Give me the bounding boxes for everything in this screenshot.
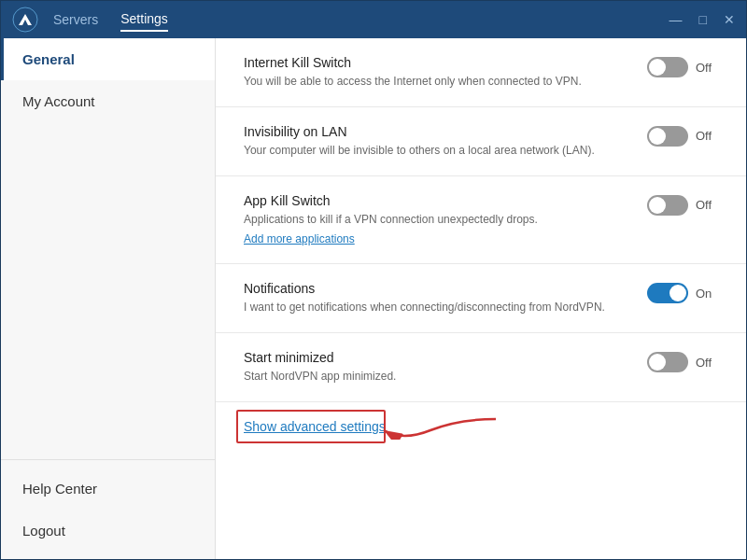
setting-invisibility-on-lan: Invisibility on LAN Your computer will b… [216,107,746,176]
window-controls: — □ ✕ [669,13,735,26]
toggle-invisibility-on-lan[interactable] [647,126,688,147]
setting-start-minimized: Start minimized Start NordVPN app minimi… [216,333,746,402]
sidebar-bottom: Help Center Logout [1,459,215,559]
toggle-label-notifications: On [696,287,718,301]
app-window: Servers Settings — □ ✕ General My Accoun… [0,0,747,560]
toggle-app-kill-switch[interactable] [647,195,688,216]
toggle-notifications[interactable] [647,283,688,303]
add-more-applications-link[interactable]: Add more applications [244,232,355,245]
sidebar-top: General My Account [1,38,215,459]
setting-desc-app-kill-switch: Applications to kill if a VPN connection… [244,212,628,228]
main-content: General My Account Help Center Logout [1,38,746,559]
settings-panel: Internet Kill Switch You will be able to… [216,38,746,559]
setting-title-start-minimized: Start minimized [244,350,628,365]
sidebar-item-general[interactable]: General [1,38,215,80]
toggle-label-start-minimized: Off [696,356,718,370]
setting-desc-notifications: I want to get notifications when connect… [244,300,628,315]
toggle-internet-kill-switch[interactable] [647,57,688,77]
nav-settings[interactable]: Settings [120,7,168,32]
setting-title-invisibility-on-lan: Invisibility on LAN [244,124,628,139]
show-advanced-settings-link[interactable]: Show advanced settings [244,419,386,434]
titlebar: Servers Settings — □ ✕ [1,1,746,38]
toggle-label-internet-kill-switch: Off [696,61,718,75]
minimize-button[interactable]: — [669,13,683,26]
nav-servers[interactable]: Servers [53,8,98,31]
advanced-settings-row: Show advanced settings [216,402,746,451]
arrow-icon [374,412,496,440]
sidebar: General My Account Help Center Logout [1,38,216,559]
close-button[interactable]: ✕ [724,13,735,26]
setting-notifications: Notifications I want to get notification… [216,264,746,333]
sidebar-item-logout[interactable]: Logout [1,510,215,552]
titlebar-nav: Servers Settings [53,7,168,32]
setting-control-notifications: On [647,283,718,303]
sidebar-item-help-center[interactable]: Help Center [1,468,215,510]
setting-desc-start-minimized: Start NordVPN app minimized. [244,369,628,385]
setting-internet-kill-switch: Internet Kill Switch You will be able to… [216,38,746,107]
toggle-start-minimized[interactable] [647,352,688,372]
nordvpn-logo [12,7,38,33]
setting-control-app-kill-switch: Off [647,195,718,216]
maximize-button[interactable]: □ [699,13,707,26]
setting-desc-internet-kill-switch: You will be able to access the Internet … [244,74,628,90]
setting-desc-invisibility-on-lan: Your computer will be invisible to other… [244,143,628,159]
setting-control-start-minimized: Off [647,352,718,372]
setting-title-internet-kill-switch: Internet Kill Switch [244,55,628,70]
toggle-label-invisibility-on-lan: Off [696,129,718,143]
setting-control-internet-kill-switch: Off [647,57,718,77]
setting-title-notifications: Notifications [244,281,628,296]
toggle-label-app-kill-switch: Off [696,198,718,212]
sidebar-item-my-account[interactable]: My Account [1,80,215,122]
setting-control-invisibility-on-lan: Off [647,126,718,147]
setting-title-app-kill-switch: App Kill Switch [244,193,628,208]
setting-app-kill-switch: App Kill Switch Applications to kill if … [216,176,746,265]
